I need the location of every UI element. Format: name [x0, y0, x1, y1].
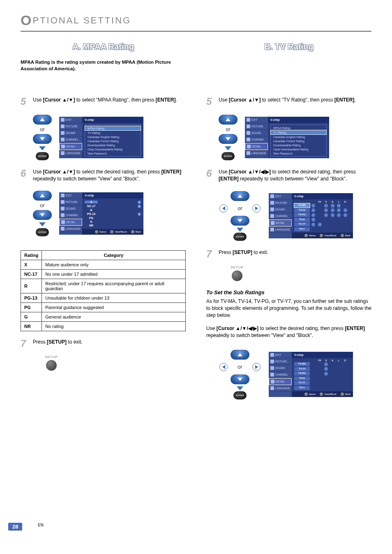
osd-side-detail: DETAIL: [269, 378, 292, 385]
page-number: 28: [8, 523, 22, 531]
osd-side-language: LANGUAGE: [245, 150, 268, 157]
left-column: A. MPAA Rating MPAA Rating is the rating…: [21, 42, 186, 408]
enter-button[interactable]: ENTER: [221, 152, 235, 160]
osd-side-exit: EXIT: [269, 352, 292, 358]
remote-osd-row: or ENTER EXIT PICTURE SOUND CHANNEL DETA…: [33, 191, 186, 236]
osd-menu-vchip-list: EXIT PICTURE SOUND CHANNEL DETAIL LANGUA…: [59, 117, 143, 158]
osd-title: V-chip: [268, 117, 329, 123]
th-category: Category: [42, 250, 186, 260]
header-text: PTIONAL SETTING: [32, 15, 131, 25]
osd-footer-viewblock: View/Block: [324, 234, 336, 237]
osd-side-picture: PICTURE: [245, 123, 268, 130]
cursor-up-button[interactable]: [219, 115, 238, 125]
setup-button-block: SETUP: [227, 265, 247, 281]
osd-item: New Password: [85, 151, 141, 155]
setup-button[interactable]: [46, 360, 57, 371]
osd-item: TV Rating: [270, 130, 327, 135]
remote-up-down: or ENTER: [33, 191, 52, 236]
step-text: Use [Cursor ▲/▼] to select "MPAA Rating"…: [33, 97, 186, 104]
remote-4way: or ENTER: [219, 349, 261, 399]
osd-side-picture: PICTURE: [269, 200, 292, 206]
cursor-down-button[interactable]: [33, 134, 52, 144]
osd-title: V-chip: [292, 352, 353, 358]
cursor-left-button[interactable]: [219, 363, 228, 371]
rating-nr: NR: [85, 224, 98, 227]
osd-side-channel: CHANNEL: [245, 136, 268, 143]
osd-side-detail: DETAIL: [59, 219, 82, 226]
rating-pg13: PG-13: [85, 212, 98, 215]
remote-up-down: or ENTER: [33, 115, 52, 160]
osd-footer-back: Back: [345, 234, 350, 237]
setup-button[interactable]: [232, 270, 242, 281]
osd-menu-tv-ratings: EXIT PICTURE SOUND CHANNEL DETAIL LANGUA…: [269, 193, 353, 238]
step-text: Press [SETUP] to exit.: [219, 249, 371, 256]
osd-footer-back: Back: [345, 393, 350, 395]
osd-title: V-chip: [292, 193, 353, 199]
step-5-left: 5 Use [Cursor ▲/▼] to select "MPAA Ratin…: [21, 97, 186, 106]
osd-side-exit: EXIT: [59, 117, 82, 123]
cursor-up-button[interactable]: [231, 350, 249, 360]
osd-side-sound: SOUND: [59, 130, 82, 136]
osd-footer-select: Select: [309, 234, 316, 237]
section-b-title: B. TV Rating: [206, 42, 371, 51]
section-a-title: A. MPAA Rating: [21, 42, 186, 51]
osd-side-picture: PICTURE: [59, 123, 82, 130]
osd-side-sound: SOUND: [269, 206, 292, 213]
step-text: Use [Cursor ▲/▼] to select "TV Rating", …: [219, 97, 371, 104]
cursor-down-button[interactable]: [33, 210, 52, 220]
enter-button[interactable]: ENTER: [36, 152, 49, 160]
page-header: OPTIONAL SETTING: [21, 12, 371, 32]
header-title: OPTIONAL SETTING: [21, 15, 131, 25]
sub-ratings-heading: To Set the Sub Ratings: [206, 289, 371, 295]
remote-4way: or ENTER: [219, 191, 261, 241]
osd-side-channel: CHANNEL: [269, 372, 292, 378]
osd-title: V-chip: [82, 117, 143, 123]
osd-side-channel: CHANNEL: [59, 212, 82, 219]
osd-side-language: LANGUAGE: [269, 385, 292, 392]
osd-side-detail: DETAIL: [269, 219, 292, 226]
remote-osd-row: or ENTER EXIT PICTURE SOUND CHANNEL DETA…: [219, 191, 371, 241]
arrow-down-icon: [237, 228, 243, 232]
step-7-right: 7 Press [SETUP] to exit.: [206, 249, 371, 259]
osd-footer-select: Select: [99, 231, 106, 233]
cursor-left-button[interactable]: [219, 204, 228, 212]
osd-side-picture: PICTURE: [269, 358, 292, 365]
osd-side-exit: EXIT: [59, 192, 82, 199]
enter-button[interactable]: ENTER: [36, 228, 49, 236]
osd-item: Canadian French Rating: [85, 139, 141, 143]
osd-item: Canadian English Rating: [271, 135, 326, 139]
step-number: 6: [206, 169, 215, 178]
rating-r: R: [85, 209, 98, 212]
remote-up-down: or ENTER: [219, 115, 238, 160]
osd-side-language: LANGUAGE: [59, 226, 82, 232]
setup-label: SETUP: [45, 355, 58, 359]
enter-button[interactable]: ENTER: [233, 391, 247, 399]
osd-title: V-chip: [82, 192, 143, 199]
cursor-right-button[interactable]: [252, 363, 261, 371]
cursor-up-button[interactable]: [33, 115, 52, 125]
step-number: 7: [21, 339, 30, 349]
cursor-up-button[interactable]: [33, 191, 52, 201]
sub-ratings-para: As for TV-MA, TV-14, TV-PG, or TV-Y7, yo…: [206, 298, 371, 319]
cursor-right-button[interactable]: [252, 204, 261, 212]
osd-menu-tv-subratings: EXIT PICTURE SOUND CHANNEL DETAIL LANGUA…: [269, 352, 353, 397]
osd-side-exit: EXIT: [245, 117, 268, 123]
arrow-down-icon: [225, 146, 231, 150]
osd-footer-select: Select: [309, 393, 316, 395]
cursor-down-button[interactable]: [219, 134, 238, 144]
or-label: or: [238, 205, 242, 211]
cursor-up-button[interactable]: [231, 191, 249, 201]
osd-item: Canadian English Rating: [85, 135, 141, 139]
osd-item: TV Rating: [85, 131, 141, 135]
osd-item: Canadian French Rating: [271, 139, 326, 143]
osd-footer-back: Back: [136, 231, 141, 233]
step-text: Press [SETUP] to exit.: [33, 339, 186, 346]
enter-button[interactable]: ENTER: [233, 233, 247, 241]
osd-side-sound: SOUND: [269, 365, 292, 372]
osd-side-language: LANGUAGE: [59, 150, 82, 157]
th-rating: Rating: [21, 250, 42, 260]
setup-label: SETUP: [231, 265, 244, 269]
cursor-down-button[interactable]: [231, 374, 249, 384]
osd-side-language: LANGUAGE: [269, 226, 292, 233]
cursor-down-button[interactable]: [231, 216, 249, 226]
